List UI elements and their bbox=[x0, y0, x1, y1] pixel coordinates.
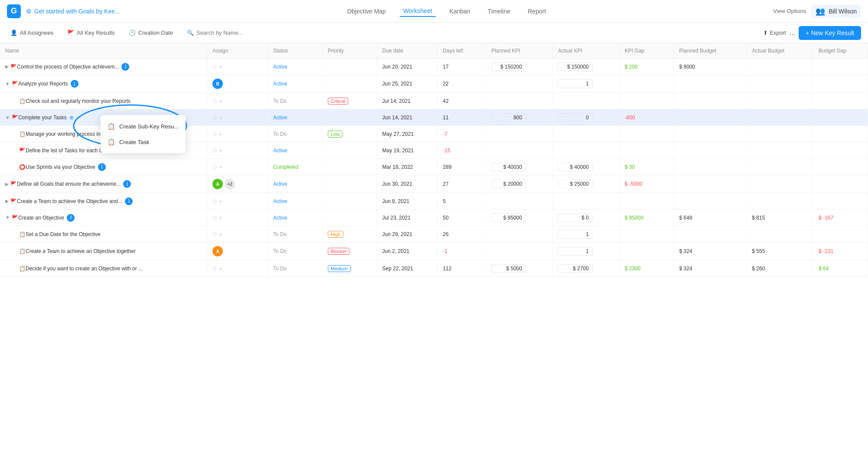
days-left-cell: -7 bbox=[437, 126, 486, 142]
table-row: ▼🚩Analyze your Reports1BActiveJun 25, 20… bbox=[0, 75, 868, 93]
status-badge: To Do bbox=[273, 131, 287, 137]
table-row: ⭕Use Sprints via your Objective1○ +Compl… bbox=[0, 159, 868, 175]
status-cell: Active bbox=[268, 193, 322, 210]
assign-add-icon[interactable]: + bbox=[219, 198, 222, 205]
assign-cell: ○ + bbox=[207, 109, 268, 126]
days-left-cell: -1 bbox=[437, 243, 486, 260]
priority-cell bbox=[322, 175, 377, 193]
view-options-button[interactable]: View Options bbox=[773, 8, 806, 14]
assign-add-icon[interactable]: + bbox=[219, 131, 222, 138]
row-more-icon[interactable]: ··· bbox=[77, 115, 81, 121]
add-sub-item-icon[interactable]: ⊕ bbox=[69, 115, 74, 121]
create-sub-key-result-item[interactable]: 📋 Create Sub-Key Resu... bbox=[101, 118, 186, 134]
days-left-value: 112 bbox=[443, 266, 451, 272]
row-name: Control the process of Objective achieve… bbox=[17, 63, 119, 69]
actual-kpi-cell: 0 bbox=[552, 109, 619, 126]
row-name: Complete your Tasks bbox=[18, 115, 67, 121]
budget-gap-cell bbox=[813, 226, 868, 243]
assign-add-icon[interactable]: + bbox=[219, 214, 222, 221]
filter-toolbar: 👤 All Assignees 🚩 All Key Results 🕐 Crea… bbox=[0, 23, 868, 43]
days-left-value: 17 bbox=[443, 64, 448, 70]
expand-icon[interactable]: ▶ bbox=[5, 181, 9, 187]
create-task-item[interactable]: 📋 Create Task bbox=[101, 134, 186, 150]
expand-icon[interactable]: ▼ bbox=[5, 81, 10, 86]
status-cell: To Do bbox=[268, 126, 322, 142]
priority-cell: Blocker bbox=[322, 243, 377, 260]
assign-cell: B bbox=[207, 75, 268, 93]
toolbar-right: ⬆ Export ... + New Key Result bbox=[763, 26, 861, 40]
priority-cell bbox=[322, 159, 377, 175]
nav-objective-map[interactable]: Objective Map bbox=[343, 6, 389, 16]
col-header-planned-kpi: Planned KPI bbox=[486, 43, 553, 59]
due-date-cell: Jul 23, 2021 bbox=[377, 210, 437, 226]
status-cell: To Do bbox=[268, 260, 322, 277]
name-cell: ▶🚩Define all Goals that ensure the achie… bbox=[0, 175, 207, 193]
row-count-badge: 1 bbox=[125, 197, 133, 205]
assign-add-icon[interactable]: + bbox=[219, 147, 222, 154]
name-cell: ▼🚩Create an Objective3 bbox=[0, 210, 207, 226]
more-options-button[interactable]: ... bbox=[790, 29, 795, 37]
all-assignees-button[interactable]: 👤 All Assignees bbox=[7, 28, 57, 38]
row-name: Set a Due Date for the Objective bbox=[26, 231, 101, 237]
budget-gap-cell: $ 64 bbox=[813, 260, 868, 277]
expand-icon[interactable]: ▼ bbox=[5, 115, 10, 120]
search-input[interactable] bbox=[196, 30, 248, 36]
days-left-value: -15 bbox=[443, 148, 450, 154]
expand-icon[interactable]: ▶ bbox=[5, 198, 9, 204]
planned-kpi-value: $ 150200 bbox=[491, 62, 526, 71]
col-header-budget-gap: Budget Gap bbox=[813, 43, 868, 59]
actual-kpi-value: $ 2700 bbox=[558, 264, 593, 273]
table-row: ▶🚩Control the process of Objective achie… bbox=[0, 59, 868, 75]
avatar: A bbox=[212, 246, 223, 256]
planned-budget-cell bbox=[674, 226, 747, 243]
table-row: 📋Check out and regularly monitor your Re… bbox=[0, 93, 868, 109]
nav-report[interactable]: Report bbox=[524, 6, 549, 16]
assign-placeholder-icon: ○ bbox=[212, 197, 217, 206]
app-logo[interactable]: G bbox=[7, 4, 21, 18]
row-name: Decide if you want to create an Objectiv… bbox=[26, 266, 143, 272]
nav-timeline[interactable]: Timeline bbox=[484, 6, 514, 16]
expand-icon[interactable]: ▼ bbox=[5, 215, 10, 220]
kpi-gap-cell bbox=[619, 75, 674, 93]
status-cell: Active bbox=[268, 109, 322, 126]
assign-add-icon[interactable]: + bbox=[219, 114, 222, 121]
expand-icon[interactable]: ▶ bbox=[5, 64, 9, 69]
priority-cell bbox=[322, 109, 377, 126]
app-title-link[interactable]: ⚙ Get started with Goals by Kee... bbox=[26, 8, 120, 15]
row-doc-icon: 📋 bbox=[19, 231, 26, 237]
actual-kpi-cell bbox=[552, 126, 619, 142]
priority-badge: Low bbox=[328, 131, 343, 138]
create-task-icon: 📋 bbox=[108, 138, 115, 145]
planned-budget-cell bbox=[674, 193, 747, 210]
user-profile-button[interactable]: 👥 Bill Wilson bbox=[811, 5, 861, 18]
col-header-priority: Priority bbox=[322, 43, 377, 59]
nav-kanban[interactable]: Kanban bbox=[446, 6, 474, 16]
search-button[interactable]: 🔍 bbox=[183, 28, 252, 38]
status-cell: Active bbox=[268, 142, 322, 159]
creation-date-button[interactable]: 🕐 Creation Date bbox=[125, 28, 176, 38]
export-button[interactable]: ⬆ Export bbox=[763, 30, 786, 36]
all-key-results-button[interactable]: 🚩 All Key Results bbox=[64, 28, 118, 38]
priority-cell: Critical bbox=[322, 93, 377, 109]
assign-add-icon[interactable]: + bbox=[219, 231, 222, 238]
kpi-gap-cell: $ -5000 bbox=[619, 175, 674, 193]
row-count-badge: 1 bbox=[71, 80, 78, 88]
new-key-result-button[interactable]: + New Key Result bbox=[799, 26, 861, 40]
assign-add-icon[interactable]: + bbox=[219, 265, 222, 272]
planned-kpi-cell: $ 40030 bbox=[486, 159, 553, 175]
assign-add-icon[interactable]: + bbox=[219, 98, 222, 105]
assign-cell: A +2 bbox=[207, 175, 268, 193]
days-left-cell: 26 bbox=[437, 226, 486, 243]
nav-worksheet[interactable]: Worksheet bbox=[400, 6, 436, 17]
assign-add-icon[interactable]: + bbox=[219, 164, 222, 171]
kpi-gap-value: $ 30 bbox=[625, 164, 635, 170]
days-left-value: -7 bbox=[443, 131, 447, 137]
status-badge: Active bbox=[273, 198, 287, 204]
actual-kpi-cell: 1 bbox=[552, 75, 619, 93]
kpi-gap-value: $ 2300 bbox=[625, 266, 641, 272]
budget-gap-cell bbox=[813, 142, 868, 159]
assign-add-icon[interactable]: + bbox=[219, 63, 222, 70]
actual-budget-cell bbox=[747, 75, 813, 93]
actual-budget-cell bbox=[747, 59, 813, 75]
assign-placeholder-icon: ○ bbox=[212, 146, 217, 155]
